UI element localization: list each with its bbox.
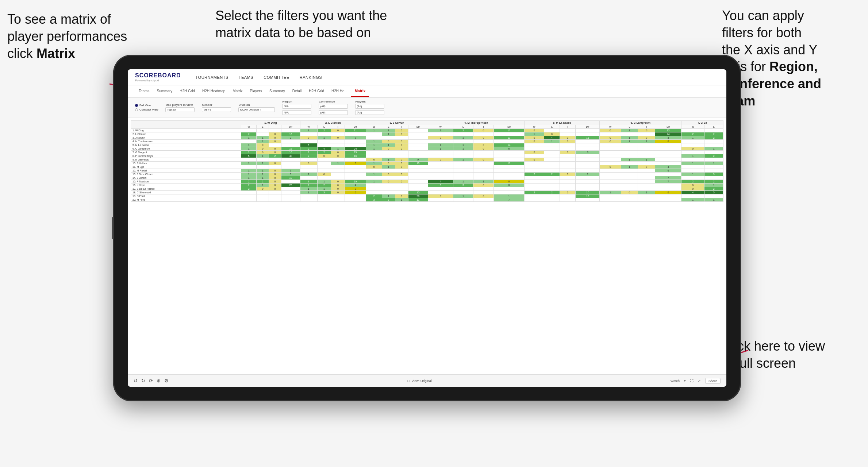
nav-rankings[interactable]: RANKINGS xyxy=(300,75,322,80)
matrix-cell xyxy=(331,165,345,169)
gender-select[interactable]: Men's Women's xyxy=(202,107,231,112)
matrix-cell: 1 xyxy=(300,187,317,191)
matrix-cell: 11 xyxy=(345,129,366,132)
matrix-cell xyxy=(317,132,331,136)
matrix-cell: 10 xyxy=(408,162,428,165)
subnav-h2h-grid-2[interactable]: H2H Grid xyxy=(305,86,328,97)
fullscreen-icon[interactable]: ⤢ xyxy=(698,379,701,383)
matrix-cell xyxy=(317,158,331,162)
matrix-cell: 0 xyxy=(473,136,494,140)
subnav-h2h-heatmap[interactable]: H2H Heatmap xyxy=(199,86,229,97)
compact-view-option[interactable]: Compact View xyxy=(135,108,158,111)
matrix-cell xyxy=(544,158,560,162)
col-header-1: 1. W Ding xyxy=(241,121,300,125)
players-select-2[interactable]: (All) xyxy=(355,110,384,115)
subnav-teams[interactable]: Teams xyxy=(135,86,153,97)
matrix-cell xyxy=(638,147,655,151)
table-row: 16. K Vilips210252204330801 xyxy=(131,184,723,187)
matrix-cell: 2 xyxy=(300,154,317,158)
view-original-label: View: Original xyxy=(411,379,431,383)
matrix-cell: 1 xyxy=(704,198,723,202)
matrix-cell xyxy=(382,151,395,154)
undo-icon[interactable]: ↺ xyxy=(134,378,138,383)
matrix-cell: 0 xyxy=(395,162,408,165)
matrix-cell xyxy=(681,140,704,143)
matrix-cell: 0 xyxy=(382,180,395,184)
share-button[interactable]: Share xyxy=(705,378,721,384)
matrix-cell xyxy=(638,154,655,158)
sh-cl-l: L xyxy=(621,125,638,129)
matrix-cell: 1 xyxy=(241,169,257,173)
watch-icon[interactable]: ▾ xyxy=(684,379,686,383)
matrix-cell xyxy=(681,169,704,173)
matrix-cell: 1 xyxy=(525,132,544,136)
matrix-cell: 0 xyxy=(473,158,494,162)
matrix-cell xyxy=(560,198,576,202)
players-select-1[interactable]: (All) xyxy=(355,104,384,109)
matrix-cell xyxy=(560,165,576,169)
matrix-cell xyxy=(345,143,366,147)
matrix-cell: 0 xyxy=(269,162,281,165)
sh-cl-w: W xyxy=(600,125,621,129)
matrix-cell: 0 xyxy=(331,180,345,184)
subnav-h2h-grid[interactable]: H2H Grid xyxy=(176,86,199,97)
redo-icon[interactable]: ↻ xyxy=(141,378,145,383)
division-select[interactable]: NCAA Division I NCAA Division II xyxy=(238,107,275,112)
matrix-cell xyxy=(704,129,723,132)
matrix-cell xyxy=(525,198,544,202)
nav-teams[interactable]: TEAMS xyxy=(239,75,253,80)
matrix-cell xyxy=(366,191,382,194)
compact-view-radio[interactable] xyxy=(135,108,138,111)
max-players-select[interactable]: Top 25 Top 50 xyxy=(165,107,195,112)
matrix-cell: 0 xyxy=(269,132,281,136)
matrix-cell: 1 xyxy=(366,140,382,143)
matrix-cell: 0 xyxy=(331,191,345,194)
subnav-summary-2[interactable]: Summary xyxy=(266,86,289,97)
matrix-cell: 9 xyxy=(408,158,428,162)
full-view-option[interactable]: Full View xyxy=(135,104,158,107)
matrix-cell: 1 xyxy=(241,136,257,140)
row-header: 18. C Sherwood xyxy=(131,191,241,194)
matrix-cell xyxy=(704,158,723,162)
screen-icon[interactable]: ⛶ xyxy=(690,379,694,383)
subnav-summary[interactable]: Summary xyxy=(153,86,176,97)
nav-tournaments[interactable]: TOURNAMENTS xyxy=(196,75,228,80)
settings-icon[interactable]: ⚙ xyxy=(164,378,169,383)
subnav-matrix-active[interactable]: Matrix xyxy=(351,86,369,97)
table-row: 20. M Ford33111711 xyxy=(131,198,723,202)
matrix-cell: 0 xyxy=(269,151,281,154)
matrix-cell: 24 xyxy=(655,132,681,136)
matrix-cell xyxy=(317,169,331,173)
table-row: 1. W Ding1201111012017001013 xyxy=(131,129,723,132)
conference-select-2[interactable]: (All) xyxy=(319,110,348,115)
matrix-cell: 0 xyxy=(525,151,544,154)
nav-committee[interactable]: COMMITTEE xyxy=(264,75,289,80)
subnav-h2hhe[interactable]: H2H He... xyxy=(328,86,351,97)
subnav-players[interactable]: Players xyxy=(246,86,266,97)
matrix-cell: 0 xyxy=(366,158,382,162)
full-view-radio[interactable] xyxy=(135,104,138,107)
matrix-cell xyxy=(638,198,655,202)
matrix-cell: 0 xyxy=(655,140,681,143)
region-select-1[interactable]: N/A (All) xyxy=(282,104,311,109)
region-select-2[interactable]: N/A (All) xyxy=(282,110,311,115)
subnav-matrix-1[interactable]: Matrix xyxy=(229,86,246,97)
sh-gs-l: L xyxy=(704,125,723,129)
conference-select-1[interactable]: (All) xyxy=(319,104,348,109)
matrix-cell: 1 xyxy=(382,158,395,162)
matrix-cell xyxy=(576,143,600,147)
matrix-cell xyxy=(345,198,366,202)
logo-sub: Powered by clippd xyxy=(135,79,181,82)
matrix-cell xyxy=(269,143,281,147)
matrix-cell: 0 xyxy=(525,129,544,132)
matrix-cell xyxy=(281,180,300,184)
refresh-icon[interactable]: ⟳ xyxy=(149,378,153,383)
matrix-cell xyxy=(525,165,544,169)
zoom-icon[interactable]: ⊕ xyxy=(157,378,161,383)
matrix-cell xyxy=(281,191,300,194)
subnav-detail[interactable]: Detail xyxy=(289,86,306,97)
matrix-cell: 0 xyxy=(382,147,395,151)
matrix-cell: 6 xyxy=(281,169,300,173)
matrix-cell: 1 xyxy=(241,143,257,147)
matrix-cell: 0 xyxy=(331,184,345,187)
